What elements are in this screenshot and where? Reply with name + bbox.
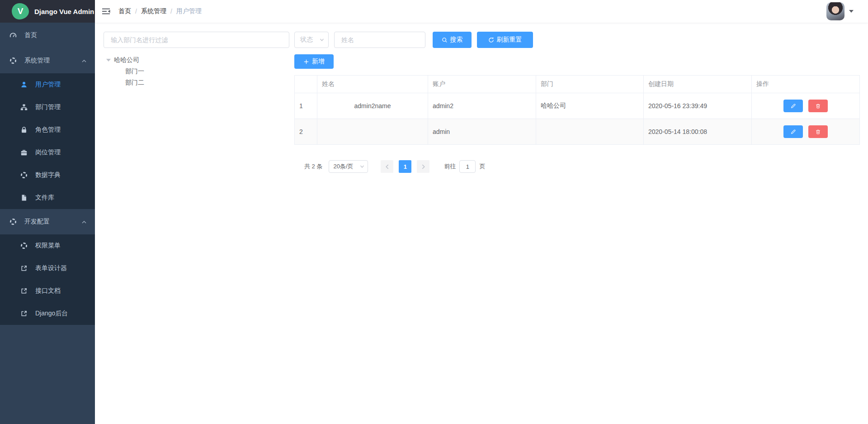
sidebar-item-label: 权限菜单 — [35, 242, 61, 250]
sidebar-menu: 首页 系统管理 用户管理 — [0, 23, 95, 424]
breadcrumb-current: 用户管理 — [176, 7, 202, 15]
table-row: 1 admin2name admin2 哈哈公司 2020-05-16 23:3… — [295, 93, 860, 119]
component-icon — [20, 242, 28, 249]
sidebar-group-label: 系统管理 — [24, 57, 50, 65]
sidebar-item-api-docs[interactable]: 接口文档 — [0, 280, 95, 302]
document-icon — [20, 194, 28, 201]
department-panel: 哈哈公司 部门一 部门二 — [104, 32, 289, 173]
name-filter-input[interactable] — [334, 32, 425, 48]
sidebar-group-label: 开发配置 — [24, 218, 50, 226]
search-button[interactable]: 搜索 — [433, 32, 472, 48]
search-button-label: 搜索 — [450, 36, 463, 44]
sidebar-item-django-admin[interactable]: Django后台 — [0, 302, 95, 325]
table-header-row: 姓名 账户 部门 创建日期 操作 — [295, 76, 860, 93]
sidebar-item-label: 用户管理 — [35, 81, 61, 89]
component-icon — [20, 172, 28, 179]
sidebar-item-label: 数据字典 — [35, 171, 61, 179]
page-size-select[interactable]: 20条/页 — [329, 160, 368, 173]
user-dropdown[interactable] — [826, 2, 854, 20]
sidebar-item-perm-menu[interactable]: 权限菜单 — [0, 234, 95, 257]
goto-label: 前往 — [444, 162, 456, 171]
submenu-system: 用户管理 部门管理 角色管理 — [0, 73, 95, 209]
sidebar-item-files[interactable]: 文件库 — [0, 186, 95, 209]
delete-button[interactable] — [808, 125, 828, 138]
chevron-down-icon — [360, 164, 364, 169]
prev-page-button[interactable] — [381, 160, 393, 173]
breadcrumb-separator: / — [135, 8, 137, 15]
sidebar-item-form-designer[interactable]: 表单设计器 — [0, 257, 95, 280]
status-select[interactable]: 状态 — [294, 32, 329, 48]
sidebar-item-label: 接口文档 — [35, 287, 61, 295]
chevron-down-icon — [320, 38, 324, 42]
sidebar-item-posts[interactable]: 岗位管理 — [0, 141, 95, 164]
next-page-button[interactable] — [417, 160, 429, 173]
component-icon — [9, 218, 17, 225]
breadcrumb-home[interactable]: 首页 — [118, 7, 131, 15]
add-button-label: 新增 — [312, 57, 325, 66]
refresh-reset-button[interactable]: 刷新重置 — [477, 32, 533, 48]
delete-button[interactable] — [808, 100, 828, 112]
sidebar-item-label: 文件库 — [35, 194, 54, 202]
vue-logo-icon: V — [12, 3, 29, 19]
pagination: 共 2 条 20条/页 1 前往 — [294, 160, 860, 173]
cell-created: 2020-05-14 18:00:08 — [644, 119, 752, 145]
external-link-icon — [20, 265, 28, 272]
main-area: 首页 / 系统管理 / 用户管理 哈哈公司 — [95, 0, 868, 424]
toolbar: 新增 — [294, 54, 860, 69]
add-button[interactable]: 新增 — [294, 54, 334, 69]
tree-node-root[interactable]: 哈哈公司 — [104, 54, 289, 66]
refresh-reset-button-label: 刷新重置 — [497, 36, 522, 44]
user-list-panel: 状态 搜索 刷新重置 — [294, 32, 860, 173]
column-header-actions: 操作 — [752, 76, 860, 93]
page-number-button[interactable]: 1 — [399, 160, 411, 173]
cell-account: admin2 — [428, 93, 536, 119]
filter-row: 状态 搜索 刷新重置 — [294, 32, 860, 48]
tree-node-label: 哈哈公司 — [114, 56, 139, 64]
column-header-name: 姓名 — [317, 76, 428, 93]
row-actions — [756, 100, 855, 112]
cell-index: 1 — [295, 93, 317, 119]
sidebar-item-users[interactable]: 用户管理 — [0, 73, 95, 96]
sidebar-item-dictionary[interactable]: 数据字典 — [0, 164, 95, 186]
page-size-value: 20条/页 — [333, 162, 353, 171]
tree-node-label: 部门二 — [125, 79, 144, 87]
edit-button[interactable] — [783, 125, 803, 138]
tree-node-label: 部门一 — [125, 67, 144, 76]
sidebar-collapse-icon[interactable] — [95, 0, 118, 23]
sidebar-group-dev[interactable]: 开发配置 — [0, 209, 95, 234]
external-link-icon — [20, 287, 28, 295]
sidebar-item-label: 岗位管理 — [35, 148, 61, 157]
table-row: 2 admin 2020-05-14 18:00:08 — [295, 119, 860, 145]
cell-index: 2 — [295, 119, 317, 145]
tree-expand-icon[interactable] — [106, 59, 111, 62]
sidebar-item-roles[interactable]: 角色管理 — [0, 119, 95, 141]
tree-node-child[interactable]: 部门二 — [104, 77, 289, 88]
edit-button[interactable] — [783, 100, 803, 112]
column-header-created: 创建日期 — [644, 76, 752, 93]
sidebar-item-home[interactable]: 首页 — [0, 23, 95, 48]
sidebar-item-label: 首页 — [24, 31, 37, 39]
external-link-icon — [20, 310, 28, 317]
logo-bar[interactable]: V Django Vue Admin — [0, 0, 95, 23]
top-navbar: 首页 / 系统管理 / 用户管理 — [95, 0, 868, 23]
user-avatar[interactable] — [826, 2, 844, 20]
sidebar-group-system[interactable]: 系统管理 — [0, 48, 95, 73]
page-content: 哈哈公司 部门一 部门二 状态 — [95, 23, 868, 173]
sidebar-item-departments[interactable]: 部门管理 — [0, 96, 95, 119]
dashboard-icon — [9, 32, 17, 39]
sidebar-item-label: 表单设计器 — [35, 264, 67, 272]
tree-node-child[interactable]: 部门一 — [104, 66, 289, 77]
department-filter-input[interactable] — [104, 32, 289, 48]
user-icon — [20, 81, 28, 88]
app-root: V Django Vue Admin 首页 系统管理 — [0, 0, 868, 424]
cell-dept: 哈哈公司 — [536, 93, 644, 119]
status-select-placeholder: 状态 — [300, 36, 313, 44]
breadcrumb: 首页 / 系统管理 / 用户管理 — [118, 7, 202, 15]
sidebar-item-label: 部门管理 — [35, 103, 61, 111]
sidebar: V Django Vue Admin 首页 系统管理 — [0, 0, 95, 424]
column-header-index — [295, 76, 317, 93]
org-tree-icon — [20, 104, 28, 111]
chevron-up-icon — [81, 58, 87, 63]
chevron-up-icon — [81, 219, 87, 224]
goto-page-input[interactable] — [459, 160, 476, 173]
